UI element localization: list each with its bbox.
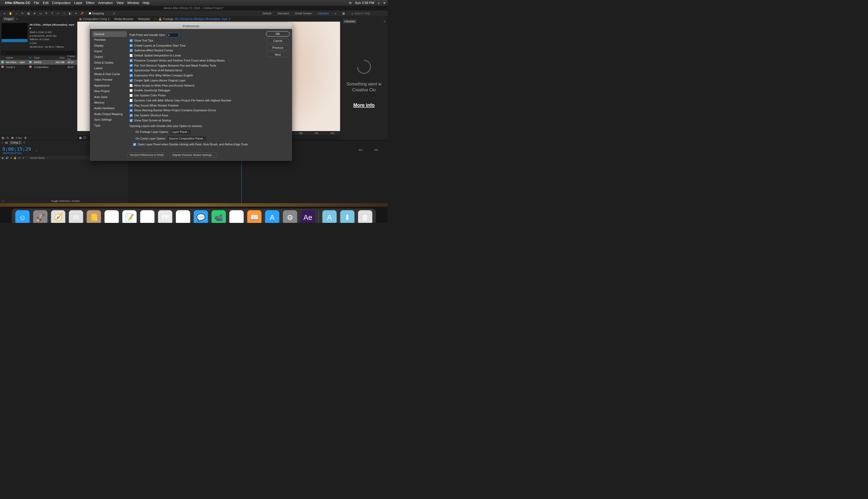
- prefs-cat-auto-save[interactable]: Auto-Save: [93, 94, 127, 100]
- prefs-cat-previews[interactable]: Previews: [93, 37, 127, 42]
- dock-maps-icon[interactable]: 🗺: [158, 210, 172, 223]
- col-type[interactable]: Type: [33, 56, 52, 59]
- item-name[interactable]: 4K-Chim…0mbps (4ksamples) .mp4 ▾: [29, 23, 75, 31]
- ws-panel-icon[interactable]: ▦: [342, 12, 345, 15]
- tab-footage[interactable]: × 🔒 Footage 4K-Chimei-inn-60mbps (4ksamp…: [155, 17, 230, 21]
- search-help-input[interactable]: [354, 12, 385, 15]
- dock-reminders-icon[interactable]: ☑: [140, 210, 155, 223]
- label-icon[interactable]: 🏷: [19, 157, 21, 159]
- pan-behind-tool-icon[interactable]: ⬈: [32, 11, 37, 16]
- snapping-toggle[interactable]: Snapping ⋮⋮ ⊡: [89, 12, 115, 15]
- pref-checkbox[interactable]: [130, 69, 133, 72]
- next-button[interactable]: Next: [266, 52, 290, 57]
- snapping-checkbox[interactable]: [89, 12, 91, 14]
- grid-icon[interactable]: ▦: [79, 136, 82, 139]
- ws-more-icon[interactable]: »: [335, 12, 336, 15]
- project-row[interactable]: Comp 1 Composition 29.97: [0, 65, 77, 70]
- eraser-tool-icon[interactable]: ◧: [68, 11, 73, 16]
- ok-button[interactable]: OK: [266, 31, 290, 36]
- prefs-cat-sync-settings[interactable]: Sync Settings: [93, 117, 127, 122]
- tab-menu-icon[interactable]: ≡: [23, 141, 25, 145]
- menu-help[interactable]: Help: [143, 1, 150, 5]
- ws-standard[interactable]: Standard: [278, 12, 289, 15]
- prefs-cat-media-disk-cache[interactable]: Media & Disk Cache: [93, 71, 127, 77]
- notification-icon[interactable]: ⟲: [349, 1, 351, 5]
- pref-checkbox[interactable]: [130, 54, 133, 57]
- dock-ibooks-icon[interactable]: 📖: [247, 210, 261, 223]
- snap-opt-icon[interactable]: ⋮⋮: [106, 12, 111, 15]
- pref-checkbox[interactable]: [130, 44, 133, 47]
- col-size[interactable]: Size: [52, 56, 66, 59]
- selection-tool-icon[interactable]: ▸: [2, 11, 7, 16]
- pin-tool-icon[interactable]: 📌: [80, 11, 84, 16]
- menubar-clock[interactable]: Sun 3:59 PM: [355, 1, 374, 5]
- prefs-cat-appearance[interactable]: Appearance: [93, 83, 127, 88]
- project-tab[interactable]: Project: [2, 17, 15, 22]
- num-icon[interactable]: #: [23, 157, 24, 159]
- pref-checkbox[interactable]: [130, 74, 133, 77]
- prefs-cat-audio-hardware[interactable]: Audio Hardware: [93, 106, 127, 111]
- cancel-button[interactable]: Cancel: [266, 38, 290, 44]
- prefs-cat-general[interactable]: General: [93, 31, 127, 37]
- ws-libraries[interactable]: Libraries: [318, 12, 329, 15]
- tab-menu-icon[interactable]: ≡: [229, 17, 230, 21]
- dock-downloads-icon[interactable]: ⬇: [340, 210, 355, 223]
- dock-apps-folder-icon[interactable]: A: [322, 210, 337, 223]
- col-framerate[interactable]: Frame Ra…: [66, 54, 77, 61]
- ws-default[interactable]: Default: [262, 12, 271, 15]
- hand-tool-icon[interactable]: ✋: [8, 11, 13, 16]
- menu-file[interactable]: File: [34, 1, 39, 5]
- comp-opens-dropdown[interactable]: Source Composition Panel: [168, 136, 207, 141]
- tab-file-link[interactable]: 4K-Chimei-inn-60mbps (4ksamples) .mp4: [175, 17, 228, 21]
- search-icon[interactable]: ⌕: [36, 149, 37, 152]
- col-name[interactable]: Name: [4, 56, 28, 59]
- speaker-icon[interactable]: 🔊: [5, 157, 9, 159]
- migrate-settings-button[interactable]: Migrate Previous Version Settings…: [169, 153, 217, 157]
- close-icon[interactable]: ×: [155, 17, 156, 21]
- lock-icon[interactable]: 🔒: [158, 17, 162, 21]
- toggle-switches[interactable]: Toggle Switches / Modes: [51, 199, 80, 203]
- panel-menu-icon[interactable]: ≡: [384, 20, 385, 23]
- timeline-tab[interactable]: Comp 1: [9, 141, 22, 145]
- pref-checkbox[interactable]: [130, 59, 133, 62]
- trash-icon[interactable]: 🗑: [24, 136, 27, 139]
- dock-notes-icon[interactable]: 📝: [122, 210, 137, 223]
- prefs-cat-display[interactable]: Display: [93, 42, 127, 48]
- tl-foot-icon1[interactable]: ⬚: [2, 199, 4, 203]
- dock-contacts-icon[interactable]: 📒: [87, 210, 101, 223]
- prefs-cat-grids-guides[interactable]: Grids & Guides: [93, 60, 127, 65]
- pref-checkbox[interactable]: [130, 64, 133, 67]
- project-search[interactable]: ⌕: [2, 51, 75, 55]
- pref-checkbox[interactable]: [130, 39, 133, 42]
- tab-media-browser[interactable]: Media Browser: [114, 17, 133, 21]
- dock-facetime-icon[interactable]: 📹: [212, 210, 226, 223]
- menu-view[interactable]: View: [117, 1, 124, 5]
- new-comp-icon[interactable]: ▦: [11, 136, 14, 139]
- type-tool-icon[interactable]: T: [50, 11, 55, 16]
- more-info-link[interactable]: More info: [353, 102, 375, 108]
- solo-icon[interactable]: ●: [10, 157, 12, 159]
- snap-opt2-icon[interactable]: ⊡: [113, 12, 115, 15]
- libraries-tab[interactable]: Libraries: [343, 19, 357, 23]
- pref-checkbox[interactable]: [130, 89, 133, 92]
- prefs-cat-video-preview[interactable]: Video Preview: [93, 77, 127, 83]
- menubar-list-icon[interactable]: ≡: [383, 1, 385, 5]
- monitor-icon[interactable]: 🖵: [83, 136, 86, 139]
- dock-finder-icon[interactable]: ☺: [15, 210, 30, 223]
- prefs-cat-import[interactable]: Import: [93, 48, 127, 54]
- menu-layer[interactable]: Layer: [74, 1, 83, 5]
- pref-checkbox[interactable]: [130, 104, 133, 107]
- dock-photos-icon[interactable]: ✿: [176, 210, 191, 223]
- footage-opens-dropdown[interactable]: Layer Panel: [170, 130, 191, 134]
- prefs-cat-memory[interactable]: Memory: [93, 100, 127, 106]
- dock-launchpad-icon[interactable]: 🚀: [33, 210, 48, 223]
- close-icon[interactable]: ×: [2, 141, 3, 145]
- source-name-header[interactable]: Source Name: [30, 157, 45, 159]
- pref-checkbox[interactable]: [130, 94, 133, 97]
- spotlight-icon[interactable]: ⌕: [378, 1, 380, 5]
- pref-checkbox[interactable]: [130, 84, 133, 87]
- prefs-cat-new-project[interactable]: New Project: [93, 88, 127, 94]
- brush-tool-icon[interactable]: ✏: [56, 11, 61, 16]
- menu-animation[interactable]: Animation: [98, 1, 113, 5]
- panel-menu-icon[interactable]: ≡: [16, 17, 18, 21]
